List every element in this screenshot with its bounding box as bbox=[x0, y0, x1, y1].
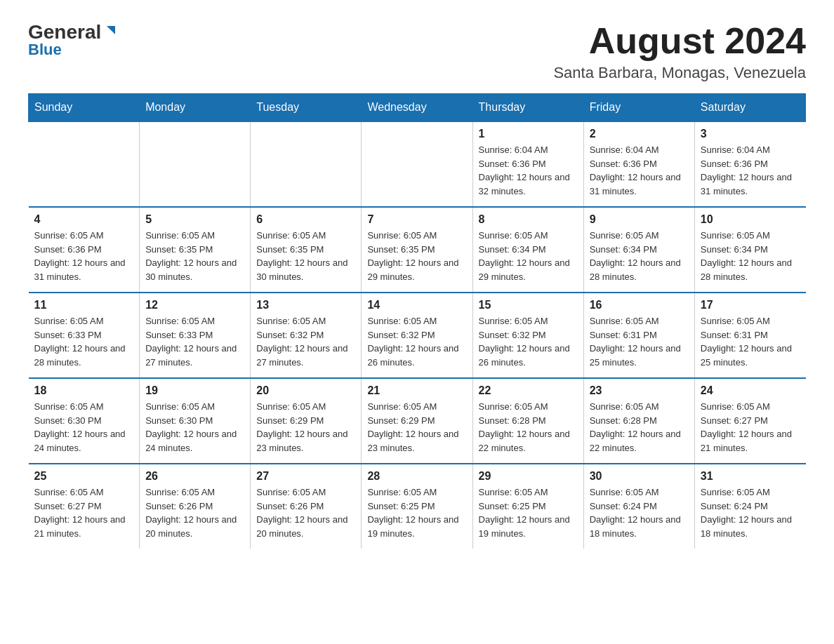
calendar-cell: 13Sunrise: 6:05 AM Sunset: 6:32 PM Dayli… bbox=[251, 293, 362, 378]
calendar-cell bbox=[29, 121, 140, 207]
calendar-cell: 14Sunrise: 6:05 AM Sunset: 6:32 PM Dayli… bbox=[362, 293, 472, 378]
calendar-cell: 29Sunrise: 6:05 AM Sunset: 6:25 PM Dayli… bbox=[472, 464, 583, 549]
day-info: Sunrise: 6:05 AM Sunset: 6:24 PM Dayligh… bbox=[701, 485, 800, 540]
day-number: 13 bbox=[256, 299, 355, 311]
day-info: Sunrise: 6:05 AM Sunset: 6:34 PM Dayligh… bbox=[479, 229, 578, 283]
day-number: 30 bbox=[590, 470, 689, 483]
day-number: 6 bbox=[256, 213, 355, 226]
day-info: Sunrise: 6:05 AM Sunset: 6:30 PM Dayligh… bbox=[145, 400, 244, 455]
day-info: Sunrise: 6:05 AM Sunset: 6:31 PM Dayligh… bbox=[701, 314, 800, 369]
day-info: Sunrise: 6:05 AM Sunset: 6:29 PM Dayligh… bbox=[256, 400, 355, 455]
calendar-cell: 20Sunrise: 6:05 AM Sunset: 6:29 PM Dayli… bbox=[251, 378, 362, 464]
day-number: 5 bbox=[145, 213, 244, 226]
week-row-2: 4Sunrise: 6:05 AM Sunset: 6:36 PM Daylig… bbox=[29, 207, 806, 293]
day-info: Sunrise: 6:04 AM Sunset: 6:36 PM Dayligh… bbox=[479, 143, 578, 198]
day-number: 11 bbox=[34, 299, 134, 311]
svg-marker-0 bbox=[107, 26, 115, 34]
day-number: 24 bbox=[701, 384, 800, 397]
page-header: General Blue August 2024 Santa Barbara, … bbox=[28, 21, 806, 82]
day-info: Sunrise: 6:05 AM Sunset: 6:35 PM Dayligh… bbox=[256, 229, 355, 283]
day-number: 16 bbox=[590, 299, 689, 311]
calendar-cell bbox=[362, 121, 472, 207]
day-info: Sunrise: 6:05 AM Sunset: 6:29 PM Dayligh… bbox=[367, 400, 466, 455]
calendar-cell: 27Sunrise: 6:05 AM Sunset: 6:26 PM Dayli… bbox=[251, 464, 362, 549]
day-number: 18 bbox=[34, 384, 134, 397]
calendar-cell: 2Sunrise: 6:04 AM Sunset: 6:36 PM Daylig… bbox=[583, 121, 694, 207]
calendar-cell: 3Sunrise: 6:04 AM Sunset: 6:36 PM Daylig… bbox=[694, 121, 805, 207]
day-number: 3 bbox=[701, 128, 800, 140]
calendar-cell: 22Sunrise: 6:05 AM Sunset: 6:28 PM Dayli… bbox=[472, 378, 583, 464]
day-info: Sunrise: 6:05 AM Sunset: 6:30 PM Dayligh… bbox=[34, 400, 134, 455]
day-number: 17 bbox=[701, 299, 800, 311]
day-info: Sunrise: 6:05 AM Sunset: 6:35 PM Dayligh… bbox=[145, 229, 244, 283]
day-info: Sunrise: 6:05 AM Sunset: 6:34 PM Dayligh… bbox=[590, 229, 689, 283]
day-number: 12 bbox=[145, 299, 244, 311]
calendar-cell: 23Sunrise: 6:05 AM Sunset: 6:28 PM Dayli… bbox=[583, 378, 694, 464]
day-number: 27 bbox=[256, 470, 355, 483]
day-info: Sunrise: 6:05 AM Sunset: 6:24 PM Dayligh… bbox=[590, 485, 689, 540]
day-info: Sunrise: 6:05 AM Sunset: 6:27 PM Dayligh… bbox=[701, 400, 800, 455]
calendar-body: 1Sunrise: 6:04 AM Sunset: 6:36 PM Daylig… bbox=[29, 121, 806, 549]
day-number: 26 bbox=[145, 470, 244, 483]
calendar-cell: 15Sunrise: 6:05 AM Sunset: 6:32 PM Dayli… bbox=[472, 293, 583, 378]
header-day-friday: Friday bbox=[583, 94, 694, 122]
calendar-cell: 11Sunrise: 6:05 AM Sunset: 6:33 PM Dayli… bbox=[29, 293, 140, 378]
header-day-monday: Monday bbox=[140, 94, 251, 122]
title-section: August 2024 Santa Barbara, Monagas, Vene… bbox=[553, 21, 806, 82]
week-row-5: 25Sunrise: 6:05 AM Sunset: 6:27 PM Dayli… bbox=[29, 464, 806, 549]
day-info: Sunrise: 6:05 AM Sunset: 6:36 PM Dayligh… bbox=[34, 229, 134, 283]
day-number: 7 bbox=[367, 213, 466, 226]
calendar-cell: 31Sunrise: 6:05 AM Sunset: 6:24 PM Dayli… bbox=[694, 464, 805, 549]
day-number: 28 bbox=[367, 470, 466, 483]
day-info: Sunrise: 6:05 AM Sunset: 6:31 PM Dayligh… bbox=[590, 314, 689, 369]
header-day-sunday: Sunday bbox=[29, 94, 140, 122]
calendar-cell: 24Sunrise: 6:05 AM Sunset: 6:27 PM Dayli… bbox=[694, 378, 805, 464]
day-number: 8 bbox=[479, 213, 578, 226]
day-number: 1 bbox=[479, 128, 578, 140]
day-info: Sunrise: 6:05 AM Sunset: 6:33 PM Dayligh… bbox=[145, 314, 244, 369]
header-day-thursday: Thursday bbox=[472, 94, 583, 122]
day-number: 15 bbox=[479, 299, 578, 311]
day-number: 31 bbox=[701, 470, 800, 483]
day-info: Sunrise: 6:04 AM Sunset: 6:36 PM Dayligh… bbox=[590, 143, 689, 198]
day-info: Sunrise: 6:04 AM Sunset: 6:36 PM Dayligh… bbox=[701, 143, 800, 198]
calendar-cell: 1Sunrise: 6:04 AM Sunset: 6:36 PM Daylig… bbox=[472, 121, 583, 207]
day-number: 25 bbox=[34, 470, 134, 483]
month-title: August 2024 bbox=[553, 21, 806, 61]
calendar-cell: 18Sunrise: 6:05 AM Sunset: 6:30 PM Dayli… bbox=[29, 378, 140, 464]
day-number: 10 bbox=[701, 213, 800, 226]
calendar-cell: 10Sunrise: 6:05 AM Sunset: 6:34 PM Dayli… bbox=[694, 207, 805, 293]
day-number: 9 bbox=[590, 213, 689, 226]
calendar-cell: 19Sunrise: 6:05 AM Sunset: 6:30 PM Dayli… bbox=[140, 378, 251, 464]
calendar-cell: 12Sunrise: 6:05 AM Sunset: 6:33 PM Dayli… bbox=[140, 293, 251, 378]
logo: General Blue bbox=[28, 21, 118, 59]
day-number: 22 bbox=[479, 384, 578, 397]
location-title: Santa Barbara, Monagas, Venezuela bbox=[553, 64, 806, 82]
day-number: 4 bbox=[34, 213, 134, 226]
day-number: 21 bbox=[367, 384, 466, 397]
day-info: Sunrise: 6:05 AM Sunset: 6:34 PM Dayligh… bbox=[701, 229, 800, 283]
calendar-cell: 21Sunrise: 6:05 AM Sunset: 6:29 PM Dayli… bbox=[362, 378, 472, 464]
calendar-cell: 16Sunrise: 6:05 AM Sunset: 6:31 PM Dayli… bbox=[583, 293, 694, 378]
header-day-saturday: Saturday bbox=[694, 94, 805, 122]
calendar-cell: 7Sunrise: 6:05 AM Sunset: 6:35 PM Daylig… bbox=[362, 207, 472, 293]
calendar-cell: 6Sunrise: 6:05 AM Sunset: 6:35 PM Daylig… bbox=[251, 207, 362, 293]
day-info: Sunrise: 6:05 AM Sunset: 6:35 PM Dayligh… bbox=[367, 229, 466, 283]
day-info: Sunrise: 6:05 AM Sunset: 6:33 PM Dayligh… bbox=[34, 314, 134, 369]
calendar-cell bbox=[140, 121, 251, 207]
day-number: 20 bbox=[256, 384, 355, 397]
week-row-4: 18Sunrise: 6:05 AM Sunset: 6:30 PM Dayli… bbox=[29, 378, 806, 464]
calendar-cell: 8Sunrise: 6:05 AM Sunset: 6:34 PM Daylig… bbox=[472, 207, 583, 293]
day-info: Sunrise: 6:05 AM Sunset: 6:27 PM Dayligh… bbox=[34, 485, 134, 540]
day-info: Sunrise: 6:05 AM Sunset: 6:32 PM Dayligh… bbox=[256, 314, 355, 369]
day-info: Sunrise: 6:05 AM Sunset: 6:32 PM Dayligh… bbox=[479, 314, 578, 369]
day-number: 2 bbox=[590, 128, 689, 140]
week-row-1: 1Sunrise: 6:04 AM Sunset: 6:36 PM Daylig… bbox=[29, 121, 806, 207]
logo-icon bbox=[102, 23, 118, 39]
day-info: Sunrise: 6:05 AM Sunset: 6:25 PM Dayligh… bbox=[479, 485, 578, 540]
calendar-cell: 25Sunrise: 6:05 AM Sunset: 6:27 PM Dayli… bbox=[29, 464, 140, 549]
day-info: Sunrise: 6:05 AM Sunset: 6:26 PM Dayligh… bbox=[145, 485, 244, 540]
day-number: 19 bbox=[145, 384, 244, 397]
calendar-cell: 4Sunrise: 6:05 AM Sunset: 6:36 PM Daylig… bbox=[29, 207, 140, 293]
header-day-tuesday: Tuesday bbox=[251, 94, 362, 122]
